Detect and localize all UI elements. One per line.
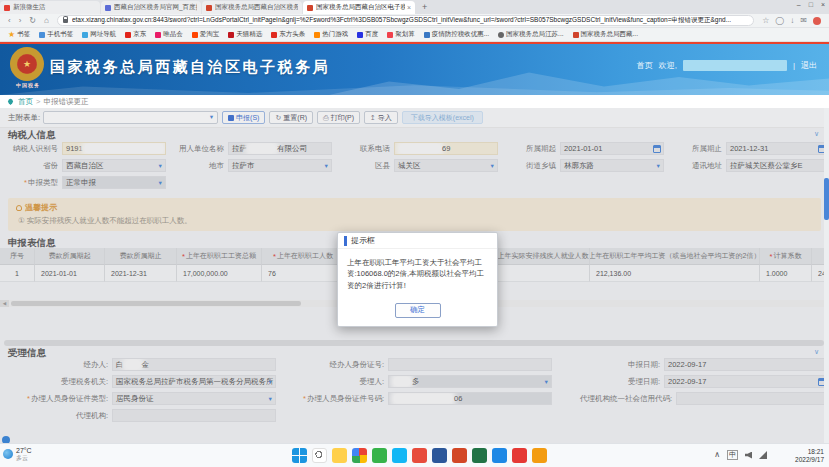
print-button[interactable]: ⎙打印(P)	[317, 111, 360, 124]
accept-date-value[interactable]: 2022-09-17	[664, 375, 829, 388]
back-icon[interactable]: ‹	[8, 16, 11, 25]
confirm-button[interactable]: 确定	[395, 303, 441, 318]
refresh-icon[interactable]: ↻	[29, 16, 36, 25]
period-end-value[interactable]: 2021-12-31	[726, 142, 829, 155]
declare-type-select[interactable]: 正常申报▼	[62, 176, 166, 189]
browser-tab[interactable]: 国家税务总局西藏自治区税务局	[202, 1, 302, 14]
tray-expand-icon[interactable]: ∧	[714, 451, 720, 459]
bookmark-item[interactable]: 京东	[125, 30, 146, 39]
forward-icon[interactable]: ›	[19, 16, 22, 25]
mail-icon[interactable]: ✉	[800, 16, 807, 25]
tab-favicon	[105, 5, 111, 11]
home-icon[interactable]: ⌂	[44, 16, 49, 25]
location-pin-icon	[7, 98, 14, 105]
excel-app-icon[interactable]	[472, 448, 487, 463]
bookmark-item[interactable]: 手机书签	[39, 30, 73, 39]
bookmark-item[interactable]: 聚划算	[387, 30, 415, 39]
taskbar-clock[interactable]: 18:21 2022/9/17	[795, 448, 824, 464]
download-template-button[interactable]: 下载导入模板(excel)	[402, 111, 483, 124]
app-icon[interactable]	[492, 448, 507, 463]
file-explorer-icon[interactable]	[332, 448, 347, 463]
profile-icon[interactable]	[813, 17, 821, 25]
bookmark-item[interactable]: 网址导航	[82, 30, 116, 39]
qq-app-icon[interactable]	[392, 448, 407, 463]
breadcrumb-home[interactable]: 首页	[18, 97, 33, 107]
bookmark-item[interactable]: 百度	[357, 30, 378, 39]
tab-label: 新浪微生活	[13, 3, 96, 12]
window-close-icon[interactable]: ×	[821, 1, 825, 8]
volume-icon[interactable]	[745, 452, 752, 459]
bookmark-star-icon[interactable]: ☆	[762, 16, 769, 25]
bookmark-favicon	[155, 32, 161, 38]
bookmark-item[interactable]: 东方头条	[271, 30, 305, 39]
nav-home-link[interactable]: 首页	[637, 60, 653, 71]
wechat-app-icon[interactable]	[372, 448, 387, 463]
powerpoint-app-icon[interactable]	[452, 448, 467, 463]
reset-button[interactable]: ↻重置(R)	[269, 111, 313, 124]
browser-tab-active[interactable]: 国家税务总局西藏自治区电子税务局 ×	[303, 1, 415, 14]
logout-link[interactable]: 退出	[801, 60, 817, 71]
app-icon[interactable]	[412, 448, 427, 463]
page-horizontal-scrollbar[interactable]	[4, 340, 824, 346]
app-icon[interactable]	[532, 448, 547, 463]
tab-close-icon[interactable]: ×	[407, 4, 411, 11]
bookmark-item[interactable]: 爱淘宝	[192, 30, 220, 39]
redacted-area	[394, 377, 410, 386]
acceptor-select[interactable]: 多▼	[388, 375, 552, 388]
collapse-chevron-icon[interactable]: ∨	[814, 348, 819, 356]
bookmark-item[interactable]: 国家税务总局江苏...	[498, 30, 563, 39]
address-bar[interactable]: etax.xizang.chinatax.gov.cn:8443/sword?c…	[57, 15, 754, 26]
start-button-icon[interactable]	[292, 448, 307, 463]
bookmark-favicon	[573, 32, 579, 38]
tax-authority-select[interactable]: 国家税务总局拉萨市税务局第一税务分局税务所▼	[112, 375, 276, 388]
search-icon[interactable]	[312, 448, 327, 463]
import-button[interactable]: ↥导入	[364, 111, 398, 124]
calendar-icon[interactable]	[653, 145, 661, 153]
id-type-select[interactable]: 居民身份证▼	[112, 392, 276, 405]
chevron-down-icon: ▼	[268, 397, 273, 403]
scroll-left-arrow-icon[interactable]: ◀	[0, 300, 9, 307]
bookmark-item[interactable]: 疫情防控税收优惠...	[424, 30, 489, 39]
weather-widget[interactable]: 27°C多云	[3, 447, 32, 461]
redacted-area	[126, 360, 140, 369]
scrollbar-thumb[interactable]	[824, 178, 829, 220]
declare-button[interactable]: 申报(S)	[222, 111, 265, 124]
network-icon[interactable]	[759, 451, 767, 459]
app-icon[interactable]	[512, 448, 527, 463]
window-minimize-icon[interactable]: –	[797, 1, 801, 8]
street-select[interactable]: 林廓东路▼	[560, 159, 664, 172]
browser-tab[interactable]: 西藏自治区税务局官网_百度搜索	[101, 1, 201, 14]
prompt-dialog: 提示框 上年在职职工年平均工资大于社会平均工资:106068.0的2倍,本期税额…	[337, 232, 498, 327]
id-number-value: 06	[388, 392, 552, 405]
city-select[interactable]: 拉萨市▼	[228, 159, 332, 172]
field-declare-type: *申报类型 正常申报▼	[0, 174, 166, 191]
form-select-label: 主附表单:	[8, 113, 40, 123]
bookmark-item[interactable]: ★书签	[8, 30, 30, 39]
page-vertical-scrollbar[interactable]	[824, 108, 829, 443]
bookmark-item[interactable]: 天猫精选	[228, 30, 262, 39]
dialog-header[interactable]: 提示框	[338, 233, 497, 249]
bookmark-item[interactable]: 热门游戏	[314, 30, 348, 39]
browser-tab[interactable]: 新浪微生活	[0, 1, 100, 14]
employer-name-value: 拉萨有限公司	[228, 142, 332, 155]
browser-app-icon[interactable]	[352, 448, 367, 463]
lightbulb-icon	[16, 205, 22, 211]
download-icon[interactable]: ↓	[790, 16, 794, 25]
field-city: 地市 拉萨市▼	[166, 157, 332, 174]
bookmark-item[interactable]: 唯品会	[155, 30, 183, 39]
scrollbar-thumb[interactable]	[11, 301, 301, 306]
form-select[interactable]: ▼	[43, 111, 218, 124]
district-select[interactable]: 城关区▼	[394, 159, 498, 172]
window-maximize-icon[interactable]: □	[809, 1, 813, 8]
input-language-indicator[interactable]: 中	[727, 450, 738, 460]
collapse-chevron-icon[interactable]: ∨	[814, 130, 819, 138]
period-start-value[interactable]: 2021-01-01	[560, 142, 664, 155]
phone-value: 69	[394, 142, 498, 155]
required-mark: *	[273, 252, 276, 261]
redacted-area	[249, 144, 275, 153]
word-app-icon[interactable]	[432, 448, 447, 463]
extension-circle-icon[interactable]: ◯	[775, 16, 784, 25]
new-tab-button[interactable]: +	[422, 1, 427, 14]
province-select[interactable]: 西藏自治区▼	[62, 159, 166, 172]
bookmark-item[interactable]: 国家税务总局西藏...	[573, 30, 638, 39]
